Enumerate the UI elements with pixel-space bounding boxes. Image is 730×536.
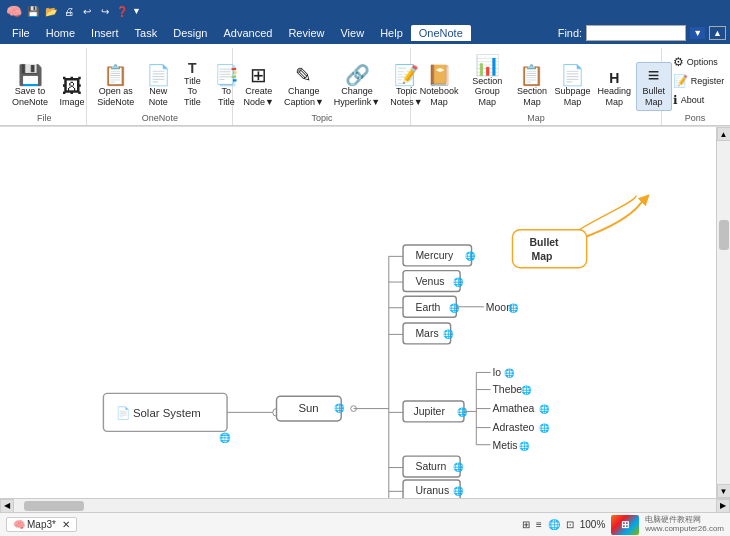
menubar: File Home Insert Task Design Advanced Re… [0, 22, 730, 44]
options-button[interactable]: ⚙ Options [668, 54, 730, 70]
subpage-map-button[interactable]: 📄 SubpageMap [552, 62, 593, 111]
minimize-button[interactable] [672, 3, 688, 19]
mindmap-svg: 📄 Solar System 🌐 Sun 🌐 Mercury 🌐 Venus 🌐 [0, 127, 730, 498]
file-buttons: 💾 Save toOneNote 🖼 Image [8, 48, 90, 111]
change-hyperlink-button[interactable]: 🔗 ChangeHyperlink▼ [330, 62, 384, 111]
svg-text:Earth: Earth [415, 302, 440, 313]
notebook-map-button[interactable]: 📔 NotebookMap [417, 62, 460, 111]
register-icon: 📝 [673, 75, 688, 87]
scroll-down-button[interactable]: ▼ [717, 484, 731, 498]
map-group-label: Map [417, 111, 654, 125]
section-group-map-button[interactable]: 📊 SectionGroup Map [463, 52, 512, 111]
open-sidenote-button[interactable]: 📋 Open asSideNote [93, 62, 138, 111]
menu-onenote[interactable]: OneNote [411, 25, 471, 41]
menu-file[interactable]: File [4, 25, 38, 41]
svg-text:Thebe: Thebe [492, 384, 522, 395]
about-button[interactable]: ℹ About [668, 92, 730, 108]
svg-text:📄 Solar System: 📄 Solar System [116, 406, 201, 420]
register-button[interactable]: 📝 Register [668, 73, 730, 89]
hyperlink-icon: 🔗 [345, 65, 370, 85]
svg-text:Saturn: Saturn [415, 461, 446, 472]
svg-text:🌐: 🌐 [219, 432, 231, 444]
scroll-thumb-h[interactable] [24, 501, 84, 511]
scroll-up-button[interactable]: ▲ [717, 127, 731, 141]
map-tab-icon: 🧠 [13, 519, 25, 530]
map-tab-close[interactable]: ✕ [62, 519, 70, 530]
scroll-thumb-v[interactable] [719, 220, 729, 250]
ribbon-group-pons: ⚙ Options 📝 Register ℹ About Pons [662, 48, 728, 125]
quick-undo[interactable]: ↩ [80, 4, 94, 18]
menu-home[interactable]: Home [38, 25, 83, 41]
svg-text:Venus: Venus [415, 276, 444, 287]
quick-save[interactable]: 💾 [26, 4, 40, 18]
section-map-button[interactable]: 📋 SectionMap [514, 62, 550, 111]
image-button[interactable]: 🖼 Image [54, 73, 90, 111]
menu-insert[interactable]: Insert [83, 25, 127, 41]
vertical-scrollbar[interactable]: ▲ ▼ [716, 127, 730, 498]
create-node-icon: ⊞ [250, 65, 267, 85]
menu-advanced[interactable]: Advanced [215, 25, 280, 41]
find-input[interactable] [586, 25, 686, 41]
new-note-button[interactable]: 📄 NewNote [140, 62, 176, 111]
section-map-icon: 📋 [519, 65, 544, 85]
svg-text:Uranus: Uranus [415, 485, 449, 496]
svg-text:🌐: 🌐 [508, 303, 519, 314]
svg-text:Bullet: Bullet [530, 237, 560, 248]
change-caption-button[interactable]: ✎ ChangeCaption▼ [280, 62, 328, 111]
maximize-button[interactable] [690, 3, 706, 19]
scroll-left-button[interactable]: ◀ [0, 499, 14, 513]
save-onenote-icon: 💾 [18, 65, 43, 85]
onenote-group-label: OneNote [93, 111, 226, 125]
map-tab[interactable]: 🧠 Map3* ✕ [6, 517, 77, 532]
svg-text:Adrasteo: Adrasteo [492, 422, 534, 433]
titlebar-controls [672, 3, 724, 19]
quick-open[interactable]: 📂 [44, 4, 58, 18]
svg-text:🌐: 🌐 [519, 441, 530, 452]
create-node-button[interactable]: ⊞ CreateNode▼ [239, 62, 277, 111]
menu-view[interactable]: View [332, 25, 372, 41]
menu-review[interactable]: Review [280, 25, 332, 41]
status-icon-grid: ⊡ [566, 519, 574, 530]
svg-text:Map: Map [531, 251, 552, 262]
heading-map-button[interactable]: H HeadingMap [595, 68, 634, 111]
quick-print[interactable]: 🖨 [62, 4, 76, 18]
pons-buttons: ⚙ Options 📝 Register ℹ About [668, 48, 730, 108]
collapse-button[interactable]: ▲ [709, 26, 726, 40]
help-icon: ❓ [116, 6, 128, 17]
statusbar-right: ⊞ ≡ 🌐 ⊡ 100% ⊞ 电脑硬件教程网 www.computer26.co… [522, 515, 724, 535]
titlebar: 🧠 💾 📂 🖨 ↩ ↪ ❓ ▼ [0, 0, 730, 22]
scroll-right-button[interactable]: ▶ [716, 499, 730, 513]
svg-text:🌐: 🌐 [453, 462, 464, 473]
windows-logo-area: ⊞ [611, 515, 639, 535]
about-icon: ℹ [673, 94, 678, 106]
image-icon: 🖼 [62, 76, 82, 96]
svg-text:🌐: 🌐 [457, 407, 468, 418]
canvas-area: 📄 Solar System 🌐 Sun 🌐 Mercury 🌐 Venus 🌐 [0, 126, 730, 498]
svg-text:🌐: 🌐 [539, 404, 550, 415]
file-group-label: File [8, 111, 80, 125]
dropdown-icon: ▼ [132, 6, 141, 16]
options-icon: ⚙ [673, 56, 684, 68]
close-button[interactable] [708, 3, 724, 19]
title-to-title-button[interactable]: T TitleToTitle [178, 58, 206, 111]
sidenote-icon: 📋 [103, 65, 128, 85]
find-options-button[interactable]: ▼ [690, 27, 705, 39]
register-label: Register [691, 76, 725, 86]
about-label: About [681, 95, 705, 105]
svg-text:Sun: Sun [298, 402, 318, 414]
subpage-icon: 📄 [560, 65, 585, 85]
options-label: Options [687, 57, 718, 67]
new-note-icon: 📄 [146, 65, 171, 85]
ad-area: 电脑硬件教程网 www.computer26.com [645, 516, 724, 534]
quick-redo[interactable]: ↪ [98, 4, 112, 18]
save-to-onenote-button[interactable]: 💾 Save toOneNote [8, 62, 52, 111]
change-caption-icon: ✎ [295, 65, 312, 85]
pons-group-label: Pons [668, 111, 722, 125]
map-buttons: 📔 NotebookMap 📊 SectionGroup Map 📋 Secti… [417, 48, 671, 111]
svg-text:🌐: 🌐 [539, 423, 550, 434]
menu-help[interactable]: Help [372, 25, 411, 41]
find-area: Find: ▼ ▲ [558, 25, 726, 41]
menu-design[interactable]: Design [165, 25, 215, 41]
menu-task[interactable]: Task [127, 25, 166, 41]
svg-text:🌐: 🌐 [453, 277, 464, 288]
